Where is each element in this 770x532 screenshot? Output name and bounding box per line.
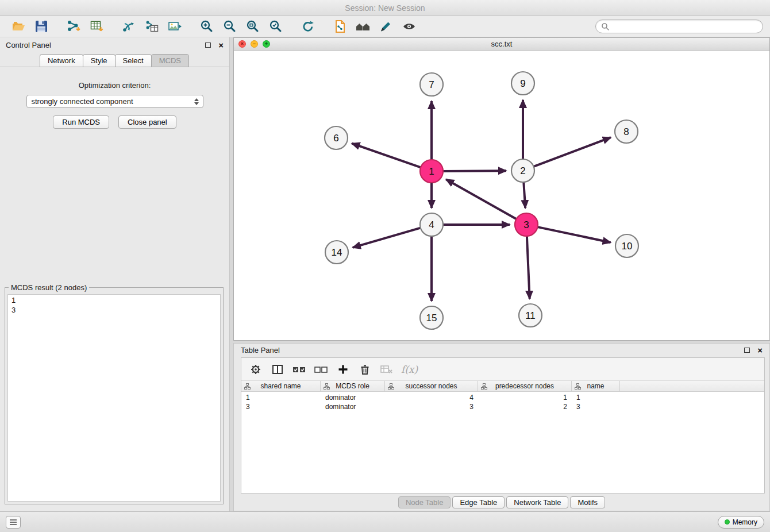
table-row[interactable]: 3dominator323: [241, 402, 764, 411]
graph-edge-1-2[interactable]: [443, 171, 506, 171]
graph-edge-2-3[interactable]: [523, 182, 525, 208]
graph-node-label-3: 3: [523, 219, 529, 230]
save-session-button[interactable]: [30, 17, 53, 36]
add-row-button[interactable]: [333, 360, 353, 379]
column-header[interactable]: name: [572, 381, 620, 391]
save-icon: [34, 19, 49, 34]
list-icon: [9, 519, 17, 526]
graph-edge-3-1[interactable]: [446, 179, 516, 219]
search-input[interactable]: [612, 22, 757, 31]
network-overview-button[interactable]: [352, 17, 375, 36]
window-minimize-icon[interactable]: −: [251, 40, 258, 48]
column-header[interactable]: MCDS role: [321, 381, 385, 391]
import-table-button[interactable]: [85, 17, 108, 36]
control-panel-tabs: Network Style Select MCDS: [0, 54, 229, 67]
network-graph[interactable]: 7968124314101511: [234, 51, 769, 340]
show-column-button[interactable]: [268, 360, 287, 379]
fit-content-icon: [245, 19, 260, 34]
graph-edge-2-8[interactable]: [534, 137, 611, 167]
run-mcds-button[interactable]: Run MCDS: [53, 115, 109, 129]
memory-status-dot: [725, 519, 730, 525]
table-panel-title: Table Panel: [241, 346, 744, 354]
table-panel: Table Panel ×: [233, 343, 770, 511]
memory-button[interactable]: Memory: [718, 516, 764, 529]
import-network-button[interactable]: [62, 17, 85, 36]
graph-node-label-1: 1: [429, 166, 434, 177]
network-window-titlebar[interactable]: × − + scc.txt: [234, 38, 769, 51]
tab-mcds[interactable]: MCDS: [151, 54, 189, 67]
unselect-all-columns-button[interactable]: [311, 360, 331, 379]
table-cell[interactable]: 3: [572, 402, 620, 411]
float-panel-icon[interactable]: [205, 43, 211, 48]
table-cell[interactable]: 3: [241, 402, 321, 411]
tab-style[interactable]: Style: [83, 54, 116, 67]
hierarchy-icon: [244, 383, 251, 390]
node-table-widget: f(x) shared nameMCDS rolesuccessor nodes…: [241, 357, 765, 494]
search-field[interactable]: [595, 20, 763, 33]
graph-edge-3-10[interactable]: [538, 227, 611, 242]
network-canvas[interactable]: 7968124314101511: [234, 51, 769, 340]
delete-row-button[interactable]: [355, 360, 375, 379]
table-cell[interactable]: 2: [478, 402, 572, 411]
hierarchy-icon: [575, 383, 581, 390]
select-all-columns-button[interactable]: [290, 360, 309, 379]
table-cell[interactable]: 1: [478, 393, 572, 402]
window-titlebar[interactable]: Session: New Session: [0, 0, 770, 16]
refresh-view-button[interactable]: [297, 17, 319, 36]
float-table-panel-icon[interactable]: [744, 348, 750, 353]
column-header[interactable]: predecessor nodes: [478, 381, 572, 391]
mcds-result-text[interactable]: 1 3: [7, 294, 221, 502]
table-panel-titlebar: Table Panel ×: [234, 344, 769, 357]
table-cell[interactable]: dominator: [321, 402, 385, 411]
window-zoom-icon[interactable]: +: [263, 40, 270, 48]
show-hide-graphics-button[interactable]: [398, 17, 421, 36]
tab-motifs[interactable]: Motifs: [570, 496, 605, 508]
close-table-panel-icon[interactable]: ×: [757, 346, 763, 354]
window-close-icon[interactable]: ×: [238, 40, 246, 48]
new-network-button[interactable]: [117, 17, 140, 36]
network-table-icon: [144, 19, 159, 34]
tab-edge-table[interactable]: Edge Table: [452, 496, 505, 508]
tab-select[interactable]: Select: [115, 54, 152, 67]
close-panel-icon[interactable]: ×: [218, 41, 224, 49]
table-settings-button[interactable]: [246, 360, 265, 379]
close-panel-button[interactable]: Close panel: [118, 115, 176, 129]
table-cell[interactable]: 3: [385, 402, 478, 411]
table-body: 1dominator4113dominator323: [241, 392, 764, 493]
fit-content-button[interactable]: [241, 17, 264, 36]
function-builder-button[interactable]: f(x): [401, 364, 418, 375]
table-cell[interactable]: 1: [572, 393, 620, 402]
table-cell[interactable]: 1: [241, 393, 321, 402]
zoom-in-button[interactable]: [195, 17, 218, 36]
delete-table-button[interactable]: [377, 360, 396, 379]
main-toolbar: [0, 16, 770, 37]
table-cell[interactable]: 4: [385, 393, 478, 402]
table-row[interactable]: 1dominator411: [241, 393, 764, 402]
tab-network[interactable]: Network: [40, 54, 83, 67]
table-cell[interactable]: dominator: [321, 393, 385, 402]
tab-node-table[interactable]: Node Table: [398, 496, 451, 508]
import-network-icon: [66, 19, 81, 34]
delete-table-icon: [379, 363, 394, 376]
column-header[interactable]: shared name: [241, 381, 321, 391]
optimization-criterion-select[interactable]: strongly connected component: [26, 95, 203, 108]
graph-node-label-7: 7: [429, 79, 434, 90]
open-session-button[interactable]: [7, 17, 30, 36]
graph-edge-3-11[interactable]: [527, 236, 530, 299]
apply-style-button[interactable]: [375, 17, 398, 36]
column-header[interactable]: successor nodes: [385, 381, 478, 391]
export-image-icon: [167, 19, 182, 34]
command-panel-button[interactable]: [6, 516, 21, 529]
tab-network-table[interactable]: Network Table: [506, 496, 568, 508]
graph-node-label-15: 15: [426, 313, 437, 323]
zoom-selected-button[interactable]: [264, 17, 287, 36]
graph-edge-1-6[interactable]: [352, 144, 421, 168]
new-network-table-button[interactable]: [140, 17, 163, 36]
status-bar: Memory: [0, 511, 770, 532]
zoom-out-button[interactable]: [218, 17, 241, 36]
export-image-button[interactable]: [163, 17, 186, 36]
copy-network-button[interactable]: [329, 17, 352, 36]
graph-edge-4-14[interactable]: [353, 228, 421, 248]
zoom-selected-icon: [268, 19, 283, 34]
graph-node-label-9: 9: [520, 78, 525, 89]
